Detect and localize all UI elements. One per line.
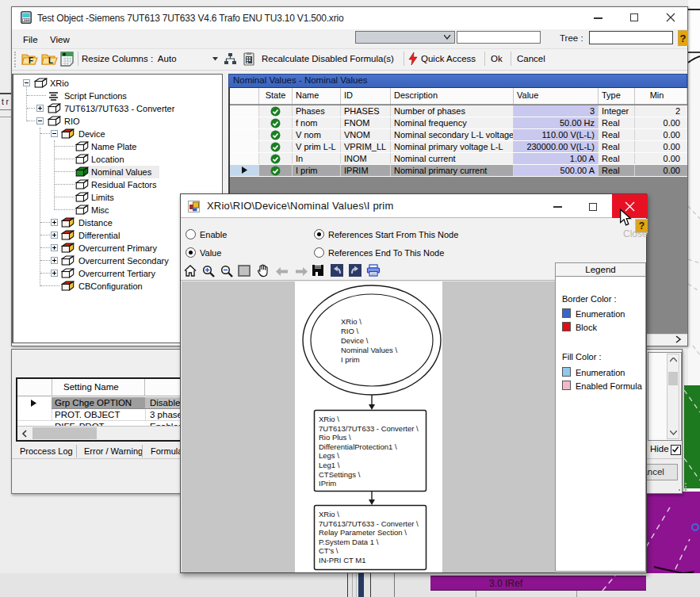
svg-text:L: L <box>48 56 53 65</box>
svg-text:F: F <box>29 56 33 65</box>
